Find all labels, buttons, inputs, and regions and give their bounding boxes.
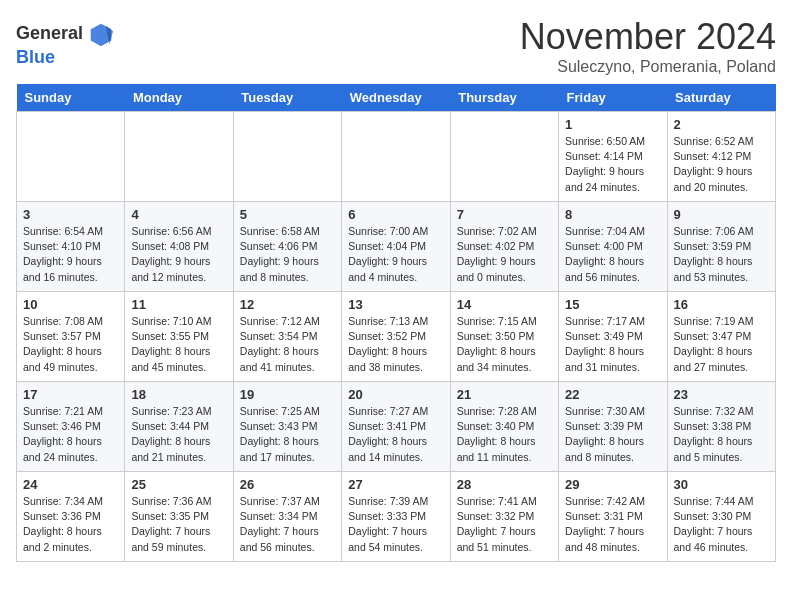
calendar-day: 6Sunrise: 7:00 AM Sunset: 4:04 PM Daylig…	[342, 202, 450, 292]
day-info: Sunrise: 7:10 AM Sunset: 3:55 PM Dayligh…	[131, 314, 226, 375]
day-number: 27	[348, 477, 443, 492]
calendar-day: 3Sunrise: 6:54 AM Sunset: 4:10 PM Daylig…	[17, 202, 125, 292]
day-info: Sunrise: 6:50 AM Sunset: 4:14 PM Dayligh…	[565, 134, 660, 195]
calendar-day: 19Sunrise: 7:25 AM Sunset: 3:43 PM Dayli…	[233, 382, 341, 472]
calendar-week-2: 3Sunrise: 6:54 AM Sunset: 4:10 PM Daylig…	[17, 202, 776, 292]
day-number: 7	[457, 207, 552, 222]
calendar-day: 13Sunrise: 7:13 AM Sunset: 3:52 PM Dayli…	[342, 292, 450, 382]
day-number: 18	[131, 387, 226, 402]
day-number: 22	[565, 387, 660, 402]
logo-general-text: General	[16, 24, 83, 44]
calendar-day	[233, 112, 341, 202]
day-number: 3	[23, 207, 118, 222]
day-info: Sunrise: 7:25 AM Sunset: 3:43 PM Dayligh…	[240, 404, 335, 465]
day-info: Sunrise: 7:34 AM Sunset: 3:36 PM Dayligh…	[23, 494, 118, 555]
calendar-day: 14Sunrise: 7:15 AM Sunset: 3:50 PM Dayli…	[450, 292, 558, 382]
calendar-day	[17, 112, 125, 202]
calendar-week-4: 17Sunrise: 7:21 AM Sunset: 3:46 PM Dayli…	[17, 382, 776, 472]
day-info: Sunrise: 7:06 AM Sunset: 3:59 PM Dayligh…	[674, 224, 769, 285]
day-info: Sunrise: 7:19 AM Sunset: 3:47 PM Dayligh…	[674, 314, 769, 375]
calendar-day	[450, 112, 558, 202]
logo-blue-text: Blue	[16, 48, 115, 68]
day-info: Sunrise: 6:52 AM Sunset: 4:12 PM Dayligh…	[674, 134, 769, 195]
day-number: 9	[674, 207, 769, 222]
calendar-day: 24Sunrise: 7:34 AM Sunset: 3:36 PM Dayli…	[17, 472, 125, 562]
calendar-day: 2Sunrise: 6:52 AM Sunset: 4:12 PM Daylig…	[667, 112, 775, 202]
calendar-week-5: 24Sunrise: 7:34 AM Sunset: 3:36 PM Dayli…	[17, 472, 776, 562]
day-info: Sunrise: 6:54 AM Sunset: 4:10 PM Dayligh…	[23, 224, 118, 285]
calendar-day: 1Sunrise: 6:50 AM Sunset: 4:14 PM Daylig…	[559, 112, 667, 202]
day-number: 11	[131, 297, 226, 312]
day-number: 26	[240, 477, 335, 492]
day-number: 16	[674, 297, 769, 312]
day-info: Sunrise: 7:30 AM Sunset: 3:39 PM Dayligh…	[565, 404, 660, 465]
day-info: Sunrise: 7:44 AM Sunset: 3:30 PM Dayligh…	[674, 494, 769, 555]
location-subtitle: Suleczyno, Pomerania, Poland	[520, 58, 776, 76]
day-number: 23	[674, 387, 769, 402]
calendar-day: 29Sunrise: 7:42 AM Sunset: 3:31 PM Dayli…	[559, 472, 667, 562]
weekday-header-row: SundayMondayTuesdayWednesdayThursdayFrid…	[17, 84, 776, 112]
calendar-day: 11Sunrise: 7:10 AM Sunset: 3:55 PM Dayli…	[125, 292, 233, 382]
calendar-day: 16Sunrise: 7:19 AM Sunset: 3:47 PM Dayli…	[667, 292, 775, 382]
calendar-day: 21Sunrise: 7:28 AM Sunset: 3:40 PM Dayli…	[450, 382, 558, 472]
day-info: Sunrise: 7:13 AM Sunset: 3:52 PM Dayligh…	[348, 314, 443, 375]
day-info: Sunrise: 7:27 AM Sunset: 3:41 PM Dayligh…	[348, 404, 443, 465]
calendar-day: 8Sunrise: 7:04 AM Sunset: 4:00 PM Daylig…	[559, 202, 667, 292]
day-info: Sunrise: 7:39 AM Sunset: 3:33 PM Dayligh…	[348, 494, 443, 555]
logo: General Blue	[16, 20, 115, 68]
day-number: 13	[348, 297, 443, 312]
day-number: 29	[565, 477, 660, 492]
calendar-day: 27Sunrise: 7:39 AM Sunset: 3:33 PM Dayli…	[342, 472, 450, 562]
day-info: Sunrise: 7:04 AM Sunset: 4:00 PM Dayligh…	[565, 224, 660, 285]
day-number: 10	[23, 297, 118, 312]
calendar-day: 4Sunrise: 6:56 AM Sunset: 4:08 PM Daylig…	[125, 202, 233, 292]
weekday-header-tuesday: Tuesday	[233, 84, 341, 112]
day-number: 1	[565, 117, 660, 132]
calendar-day: 30Sunrise: 7:44 AM Sunset: 3:30 PM Dayli…	[667, 472, 775, 562]
day-info: Sunrise: 7:02 AM Sunset: 4:02 PM Dayligh…	[457, 224, 552, 285]
day-number: 6	[348, 207, 443, 222]
day-info: Sunrise: 7:08 AM Sunset: 3:57 PM Dayligh…	[23, 314, 118, 375]
day-info: Sunrise: 7:15 AM Sunset: 3:50 PM Dayligh…	[457, 314, 552, 375]
day-info: Sunrise: 6:56 AM Sunset: 4:08 PM Dayligh…	[131, 224, 226, 285]
calendar-day: 22Sunrise: 7:30 AM Sunset: 3:39 PM Dayli…	[559, 382, 667, 472]
weekday-header-friday: Friday	[559, 84, 667, 112]
day-number: 21	[457, 387, 552, 402]
calendar-day: 15Sunrise: 7:17 AM Sunset: 3:49 PM Dayli…	[559, 292, 667, 382]
calendar-table: SundayMondayTuesdayWednesdayThursdayFrid…	[16, 84, 776, 562]
calendar-day: 12Sunrise: 7:12 AM Sunset: 3:54 PM Dayli…	[233, 292, 341, 382]
calendar-day: 25Sunrise: 7:36 AM Sunset: 3:35 PM Dayli…	[125, 472, 233, 562]
weekday-header-wednesday: Wednesday	[342, 84, 450, 112]
day-number: 25	[131, 477, 226, 492]
day-number: 12	[240, 297, 335, 312]
calendar-day: 18Sunrise: 7:23 AM Sunset: 3:44 PM Dayli…	[125, 382, 233, 472]
day-info: Sunrise: 7:00 AM Sunset: 4:04 PM Dayligh…	[348, 224, 443, 285]
day-number: 30	[674, 477, 769, 492]
day-number: 14	[457, 297, 552, 312]
day-number: 4	[131, 207, 226, 222]
weekday-header-saturday: Saturday	[667, 84, 775, 112]
weekday-header-thursday: Thursday	[450, 84, 558, 112]
calendar-day: 9Sunrise: 7:06 AM Sunset: 3:59 PM Daylig…	[667, 202, 775, 292]
calendar-day: 20Sunrise: 7:27 AM Sunset: 3:41 PM Dayli…	[342, 382, 450, 472]
calendar-week-1: 1Sunrise: 6:50 AM Sunset: 4:14 PM Daylig…	[17, 112, 776, 202]
month-title: November 2024	[520, 16, 776, 58]
day-info: Sunrise: 7:36 AM Sunset: 3:35 PM Dayligh…	[131, 494, 226, 555]
day-info: Sunrise: 7:41 AM Sunset: 3:32 PM Dayligh…	[457, 494, 552, 555]
day-number: 5	[240, 207, 335, 222]
day-number: 17	[23, 387, 118, 402]
day-number: 20	[348, 387, 443, 402]
day-info: Sunrise: 7:17 AM Sunset: 3:49 PM Dayligh…	[565, 314, 660, 375]
calendar-day	[125, 112, 233, 202]
day-info: Sunrise: 7:32 AM Sunset: 3:38 PM Dayligh…	[674, 404, 769, 465]
calendar-day: 28Sunrise: 7:41 AM Sunset: 3:32 PM Dayli…	[450, 472, 558, 562]
weekday-header-monday: Monday	[125, 84, 233, 112]
day-number: 19	[240, 387, 335, 402]
calendar-day	[342, 112, 450, 202]
day-number: 2	[674, 117, 769, 132]
day-number: 15	[565, 297, 660, 312]
day-info: Sunrise: 6:58 AM Sunset: 4:06 PM Dayligh…	[240, 224, 335, 285]
day-number: 8	[565, 207, 660, 222]
day-info: Sunrise: 7:23 AM Sunset: 3:44 PM Dayligh…	[131, 404, 226, 465]
day-info: Sunrise: 7:12 AM Sunset: 3:54 PM Dayligh…	[240, 314, 335, 375]
